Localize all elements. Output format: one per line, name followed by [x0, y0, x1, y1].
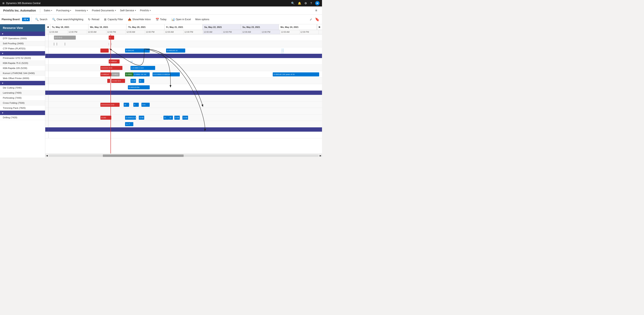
nav-posted-documents[interactable]: Posted Documents ▾ — [90, 7, 118, 15]
bar-cf-6[interactable]: O-00 — [174, 116, 180, 120]
search-button[interactable]: 🔍 Search — [33, 17, 49, 22]
sidebar-item-laminating[interactable]: Laminating (7400) — [0, 90, 45, 95]
sidebar-item-dtp[interactable]: DTP Operations (3000) — [0, 36, 45, 41]
time-4: 12:00 AM — [126, 30, 145, 34]
scroll-right[interactable]: ▶ — [319, 155, 322, 157]
help-icon[interactable]: ? — [310, 2, 312, 5]
bar-kba75-2[interactable]: 1-O-000-C O-0 — [130, 66, 155, 70]
bar-kba75-1[interactable]: O-O-O-C O-0 — [100, 66, 122, 70]
bar-lam-2[interactable]: O- — [124, 103, 129, 107]
bar-printmaster-1[interactable]: O-00014 — [109, 60, 120, 64]
scroll-left-btn[interactable]: ◀ — [45, 24, 50, 30]
bar-kba105-5[interactable]: O-O-000O-O-000145 — [152, 72, 180, 76]
time-13: 12:00 PM — [300, 30, 319, 34]
capacity-icon: ⊞ — [104, 18, 106, 21]
bar-komori-2[interactable]: O-OO O-0 — [111, 79, 125, 83]
row-trimming: 1-1 T — [45, 121, 322, 127]
bar-ctp-3[interactable]: O-000145 10 — [166, 49, 185, 53]
sidebar-item-soft-proofing[interactable]: Soft Proofing (3400) — [0, 41, 45, 46]
expand-icon[interactable]: ⤢ — [309, 17, 313, 22]
row-spacer — [45, 58, 48, 65]
scroll-track[interactable] — [49, 154, 318, 157]
search-icon-title[interactable]: 🔍 — [291, 2, 294, 5]
sidebar-item-kba105[interactable]: KBA Rapida 105 (5230) — [0, 66, 45, 71]
hamburger-menu[interactable]: ≡ — [314, 9, 319, 12]
bar-cf-1[interactable]: O OO — [100, 116, 111, 120]
nav-printvis[interactable]: PrintVis ▾ — [138, 7, 153, 15]
open-excel-button[interactable]: 📊 Open in Excel — [169, 17, 193, 22]
bar-ctp-2[interactable]: O-000145 — [125, 49, 150, 53]
row-diecutting-content — [48, 95, 322, 101]
bell-icon[interactable]: 🔔 — [298, 2, 301, 5]
scroll-thumb[interactable] — [103, 154, 184, 157]
bar-lam-1[interactable]: O-O-O-O-C O-0 — [100, 103, 120, 107]
scroll-right-btn[interactable]: ▶ — [317, 24, 322, 30]
bar-cf-3[interactable]: O-00 — [139, 116, 144, 120]
avatar[interactable]: M — [315, 1, 320, 6]
bar-kba105-4[interactable]: O-000C OC 9C — [133, 72, 150, 76]
bar-cf-4[interactable]: O- — [164, 116, 169, 120]
bar-dtp-2[interactable]: C — [109, 36, 114, 40]
nav-sales[interactable]: Sales ▾ — [42, 7, 54, 15]
sidebar-group-other[interactable]: ▼ — [0, 111, 45, 115]
row-kba75: O-O-O-C O-0 1-O-000-C O-0 — [45, 65, 322, 71]
sidebar-group-prepress[interactable]: ▼ — [0, 32, 45, 36]
bar-ctp-1[interactable] — [100, 49, 109, 53]
show-hide-inbox-button[interactable]: 📥 Show/Hide Inbox — [126, 17, 153, 22]
today-button[interactable]: 📅 Today — [154, 17, 168, 22]
sidebar-item-perforating[interactable]: Perforating (7440) — [0, 95, 45, 101]
capacity-filter-button[interactable]: ⊞ Capacity Filter — [102, 17, 125, 22]
sidebar-item-weboffset[interactable]: Web Offset Printer (6000) — [0, 76, 45, 81]
bookmark-icon[interactable]: 🔖 — [314, 16, 320, 23]
title-bar-right: 🔍 🔔 ⚙ ? M — [291, 1, 320, 6]
group-row-printing — [45, 54, 322, 58]
bar-dtp-1[interactable]: O-C-O-O — [54, 36, 76, 40]
scroll-left[interactable]: ◀ — [45, 155, 48, 157]
more-options-button[interactable]: More options — [194, 17, 211, 22]
row-ctp: O-000145 O-000145 10 📄 📄 — [45, 47, 322, 54]
gantt-date-header: ◀ Tu, May 18, 2021 We, May 19, 2021 Th, … — [45, 24, 322, 34]
sidebar-item-kba75[interactable]: KBA Rapida 75 E (5220) — [0, 61, 45, 66]
horizontal-scrollbar[interactable]: ◀ ▶ — [45, 153, 322, 158]
gantt-rows[interactable]: O-C-O-O C — [45, 34, 322, 153]
sidebar-item-drilling[interactable]: Drilling (7420) — [0, 115, 45, 120]
nav-purchasing[interactable]: Purchasing ▾ — [54, 7, 73, 15]
bar-cf-5[interactable]: O- — [169, 116, 173, 120]
gear-icon[interactable]: ⚙ — [304, 2, 307, 5]
bar-kba105-1[interactable]: O-000147 — [100, 72, 111, 76]
today-label: Today — [160, 18, 166, 21]
nav-inventory[interactable]: Inventory ▾ — [73, 7, 90, 15]
clear-search-button[interactable]: 🔍 Clear search/highlighting — [50, 17, 85, 22]
bar-kba105-3[interactable]: O-0001 — [125, 72, 133, 76]
arrow-indicator: ◁ — [130, 60, 132, 63]
bar-kba105-2[interactable]: O-0012 — [111, 72, 120, 76]
app-name: PrintVis Inc. Automation — [3, 9, 36, 12]
sidebar-item-trimming[interactable]: Trimming Pack (7820) — [0, 106, 45, 111]
nav-self-service[interactable]: Self-Service ▾ — [118, 7, 138, 15]
row-spacer — [45, 65, 48, 71]
sidebar-item-diecutting[interactable]: Die Cutting (7040) — [0, 85, 45, 90]
bar-trimming-1[interactable]: 1-1 T — [125, 122, 133, 126]
bar-komori-4[interactable]: O- — [139, 79, 144, 83]
date-col-tue: Tu, May 18, 2021 — [50, 24, 88, 30]
all-filter-badge[interactable]: All ▾ — [22, 18, 30, 21]
sidebar-item-crossfolding[interactable]: Cross Folding (7500) — [0, 101, 45, 106]
sidebar-item-ctp[interactable]: CTP Plates (PLATES) — [0, 46, 45, 51]
time-3: 12:00 PM — [106, 30, 126, 34]
bar-cf-7[interactable]: O-00 — [182, 116, 188, 120]
bar-lam-4[interactable]: O-0 — [142, 103, 150, 107]
bar-komori-1[interactable] — [107, 79, 110, 83]
sidebar-group-printing[interactable]: ▼ — [0, 51, 45, 56]
reload-button[interactable]: ↻ Reload — [86, 17, 101, 22]
current-time-line — [110, 34, 111, 153]
reload-icon: ↻ — [88, 18, 90, 21]
sidebar-group-finishing[interactable]: ▼ — [0, 81, 45, 85]
bar-lam-3[interactable]: C — [133, 103, 139, 107]
bar-komori-3[interactable]: O-00 — [130, 79, 136, 83]
bar-weboffset-1[interactable]: O-000129 Bo — [128, 85, 150, 89]
bar-kba105-6[interactable]: O-000145 100 years of ch — [273, 72, 319, 76]
bar-cf-2[interactable]: O-000012 O — [125, 116, 136, 120]
row-spacer — [45, 102, 48, 108]
sidebar-item-printmaster[interactable]: Printmaster GTO 52 (5020) — [0, 56, 45, 61]
sidebar-item-komori[interactable]: Komori LITHRONE S44 (5490) — [0, 71, 45, 76]
